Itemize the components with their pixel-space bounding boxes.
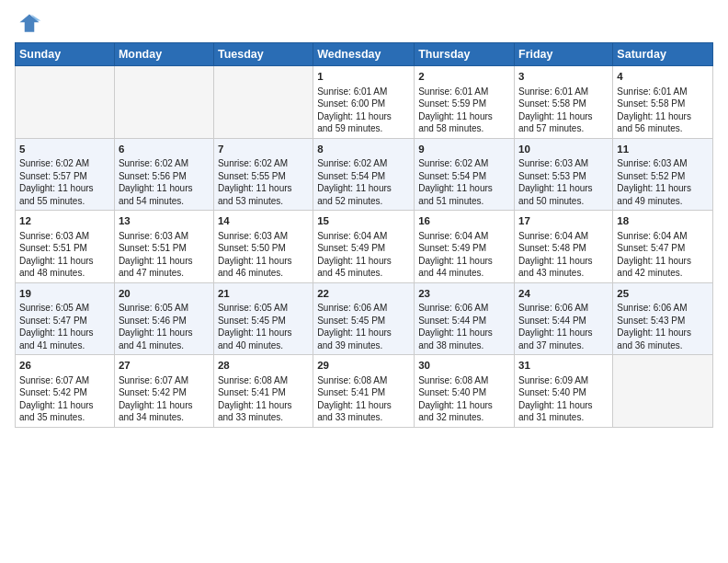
day-number: 24: [518, 287, 609, 302]
day-info: Sunrise: 6:01 AM Sunset: 5:58 PM Dayligh…: [518, 86, 609, 135]
logo-icon: [17, 11, 42, 37]
calendar-cell: 11Sunrise: 6:03 AM Sunset: 5:52 PM Dayli…: [613, 138, 713, 211]
calendar-week-row-1: 1Sunrise: 6:01 AM Sunset: 6:00 PM Daylig…: [16, 66, 713, 139]
calendar-cell: 13Sunrise: 6:03 AM Sunset: 5:51 PM Dayli…: [114, 211, 213, 283]
day-info: Sunrise: 6:02 AM Sunset: 5:55 PM Dayligh…: [218, 157, 309, 207]
calendar-cell: [16, 66, 115, 139]
day-info: Sunrise: 6:08 AM Sunset: 5:41 PM Dayligh…: [317, 374, 410, 424]
page: SundayMondayTuesdayWednesdayThursdayFrid…: [0, 0, 728, 563]
calendar-cell: 17Sunrise: 6:04 AM Sunset: 5:48 PM Dayli…: [515, 211, 613, 283]
calendar-cell: 6Sunrise: 6:02 AM Sunset: 5:56 PM Daylig…: [114, 138, 213, 211]
calendar-week-row-5: 26Sunrise: 6:07 AM Sunset: 5:42 PM Dayli…: [16, 355, 713, 428]
calendar-cell: 10Sunrise: 6:03 AM Sunset: 5:53 PM Dayli…: [515, 138, 613, 211]
day-info: Sunrise: 6:04 AM Sunset: 5:49 PM Dayligh…: [418, 230, 510, 280]
day-number: 28: [218, 359, 309, 373]
day-number: 1: [317, 70, 410, 85]
day-info: Sunrise: 6:02 AM Sunset: 5:57 PM Dayligh…: [19, 157, 110, 207]
day-info: Sunrise: 6:03 AM Sunset: 5:53 PM Dayligh…: [518, 157, 609, 207]
day-number: 6: [119, 143, 210, 157]
day-info: Sunrise: 6:03 AM Sunset: 5:51 PM Dayligh…: [119, 230, 210, 280]
weekday-header-wednesday: Wednesday: [313, 43, 415, 66]
day-info: Sunrise: 6:06 AM Sunset: 5:43 PM Dayligh…: [617, 302, 709, 351]
day-info: Sunrise: 6:03 AM Sunset: 5:52 PM Dayligh…: [617, 157, 709, 207]
day-info: Sunrise: 6:04 AM Sunset: 5:47 PM Dayligh…: [617, 230, 709, 280]
weekday-header-friday: Friday: [515, 43, 613, 66]
calendar-cell: 16Sunrise: 6:04 AM Sunset: 5:49 PM Dayli…: [415, 211, 515, 283]
day-info: Sunrise: 6:03 AM Sunset: 5:50 PM Dayligh…: [218, 230, 309, 280]
weekday-header-saturday: Saturday: [613, 43, 713, 66]
day-number: 15: [317, 214, 410, 229]
day-number: 30: [418, 359, 510, 373]
calendar-cell: 20Sunrise: 6:05 AM Sunset: 5:46 PM Dayli…: [114, 282, 213, 355]
day-info: Sunrise: 6:04 AM Sunset: 5:48 PM Dayligh…: [518, 230, 609, 280]
day-info: Sunrise: 6:07 AM Sunset: 5:42 PM Dayligh…: [119, 374, 210, 424]
day-number: 8: [317, 143, 410, 157]
calendar-cell: 3Sunrise: 6:01 AM Sunset: 5:58 PM Daylig…: [515, 66, 613, 139]
calendar-cell: [213, 66, 313, 139]
calendar-cell: 30Sunrise: 6:08 AM Sunset: 5:40 PM Dayli…: [415, 355, 515, 428]
day-number: 23: [418, 287, 510, 302]
calendar-cell: 4Sunrise: 6:01 AM Sunset: 5:58 PM Daylig…: [613, 66, 713, 139]
day-info: Sunrise: 6:03 AM Sunset: 5:51 PM Dayligh…: [19, 230, 110, 280]
calendar-week-row-4: 19Sunrise: 6:05 AM Sunset: 5:47 PM Dayli…: [16, 282, 713, 355]
weekday-header-thursday: Thursday: [415, 43, 515, 66]
day-number: 19: [19, 287, 110, 302]
day-number: 13: [119, 214, 210, 229]
weekday-header-row: SundayMondayTuesdayWednesdayThursdayFrid…: [16, 43, 713, 66]
day-info: Sunrise: 6:06 AM Sunset: 5:44 PM Dayligh…: [518, 302, 609, 351]
day-info: Sunrise: 6:02 AM Sunset: 5:56 PM Dayligh…: [119, 157, 210, 207]
calendar-cell: 5Sunrise: 6:02 AM Sunset: 5:57 PM Daylig…: [16, 138, 115, 211]
day-info: Sunrise: 6:01 AM Sunset: 5:59 PM Dayligh…: [418, 86, 510, 135]
day-info: Sunrise: 6:08 AM Sunset: 5:40 PM Dayligh…: [418, 374, 510, 424]
day-info: Sunrise: 6:09 AM Sunset: 5:40 PM Dayligh…: [518, 374, 609, 424]
day-info: Sunrise: 6:08 AM Sunset: 5:41 PM Dayligh…: [218, 374, 309, 424]
day-number: 9: [418, 143, 510, 157]
day-number: 3: [518, 70, 609, 85]
day-number: 7: [218, 143, 309, 157]
day-info: Sunrise: 6:06 AM Sunset: 5:45 PM Dayligh…: [317, 302, 410, 351]
day-number: 10: [518, 143, 609, 157]
calendar-week-row-2: 5Sunrise: 6:02 AM Sunset: 5:57 PM Daylig…: [16, 138, 713, 211]
day-info: Sunrise: 6:05 AM Sunset: 5:46 PM Dayligh…: [119, 302, 210, 351]
calendar-cell: 24Sunrise: 6:06 AM Sunset: 5:44 PM Dayli…: [515, 282, 613, 355]
day-number: 29: [317, 359, 410, 373]
calendar-cell: [114, 66, 213, 139]
calendar-cell: 9Sunrise: 6:02 AM Sunset: 5:54 PM Daylig…: [415, 138, 515, 211]
weekday-header-sunday: Sunday: [16, 43, 115, 66]
day-number: 21: [218, 287, 309, 302]
calendar-cell: 21Sunrise: 6:05 AM Sunset: 5:45 PM Dayli…: [213, 282, 313, 355]
calendar-cell: 31Sunrise: 6:09 AM Sunset: 5:40 PM Dayli…: [515, 355, 613, 428]
calendar-cell: 15Sunrise: 6:04 AM Sunset: 5:49 PM Dayli…: [313, 211, 415, 283]
day-number: 31: [518, 359, 609, 373]
day-number: 26: [19, 359, 110, 373]
day-number: 14: [218, 214, 309, 229]
calendar-cell: [613, 355, 713, 428]
calendar-cell: 8Sunrise: 6:02 AM Sunset: 5:54 PM Daylig…: [313, 138, 415, 211]
calendar-cell: 27Sunrise: 6:07 AM Sunset: 5:42 PM Dayli…: [114, 355, 213, 428]
day-number: 25: [617, 287, 709, 302]
calendar-cell: 14Sunrise: 6:03 AM Sunset: 5:50 PM Dayli…: [213, 211, 313, 283]
calendar-cell: 1Sunrise: 6:01 AM Sunset: 6:00 PM Daylig…: [313, 66, 415, 139]
calendar-cell: 19Sunrise: 6:05 AM Sunset: 5:47 PM Dayli…: [16, 282, 115, 355]
calendar-table: SundayMondayTuesdayWednesdayThursdayFrid…: [15, 42, 713, 428]
day-number: 5: [19, 143, 110, 157]
day-number: 27: [119, 359, 210, 373]
calendar-cell: 23Sunrise: 6:06 AM Sunset: 5:44 PM Dayli…: [415, 282, 515, 355]
day-number: 16: [418, 214, 510, 229]
day-number: 11: [617, 143, 709, 157]
calendar-cell: 7Sunrise: 6:02 AM Sunset: 5:55 PM Daylig…: [213, 138, 313, 211]
day-info: Sunrise: 6:04 AM Sunset: 5:49 PM Dayligh…: [317, 230, 410, 280]
day-info: Sunrise: 6:07 AM Sunset: 5:42 PM Dayligh…: [19, 374, 110, 424]
day-info: Sunrise: 6:02 AM Sunset: 5:54 PM Dayligh…: [317, 157, 410, 207]
day-number: 20: [119, 287, 210, 302]
calendar-cell: 25Sunrise: 6:06 AM Sunset: 5:43 PM Dayli…: [613, 282, 713, 355]
calendar-cell: 12Sunrise: 6:03 AM Sunset: 5:51 PM Dayli…: [16, 211, 115, 283]
day-number: 12: [19, 214, 110, 229]
calendar-cell: 29Sunrise: 6:08 AM Sunset: 5:41 PM Dayli…: [313, 355, 415, 428]
svg-marker-0: [20, 15, 40, 32]
day-info: Sunrise: 6:05 AM Sunset: 5:45 PM Dayligh…: [218, 302, 309, 351]
logo: [15, 11, 42, 37]
day-info: Sunrise: 6:05 AM Sunset: 5:47 PM Dayligh…: [19, 302, 110, 351]
day-info: Sunrise: 6:01 AM Sunset: 5:58 PM Dayligh…: [617, 86, 709, 135]
day-number: 17: [518, 214, 609, 229]
